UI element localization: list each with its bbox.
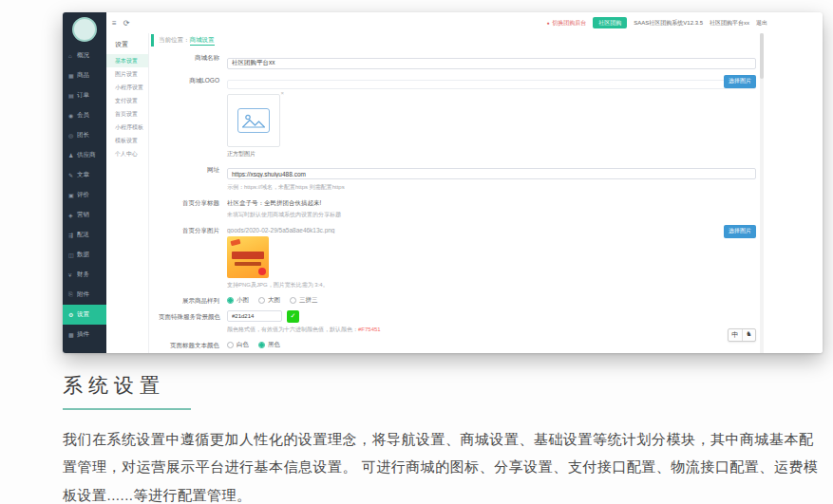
sidebar-item-settings[interactable]: ⚙设置	[63, 305, 106, 325]
switch-backend-link[interactable]: ● 切换团购后台	[547, 19, 587, 28]
mall-name-input[interactable]	[227, 58, 756, 69]
submenu-item-miniprogram[interactable]: 小程序设置	[106, 81, 148, 94]
field-label: 页面标题文本颜色	[159, 339, 227, 354]
color-swatch[interactable]: ✓	[287, 310, 299, 323]
mall-logo-input[interactable]	[227, 80, 756, 89]
attachment-icon: ⎘	[68, 291, 77, 298]
sidebar-item-members[interactable]: ◉会员	[63, 105, 106, 125]
field-area: ✓ 颜色格式值，有效值为十六进制颜色值，默认颜色：#F75451	[227, 310, 756, 334]
sidebar-item-articles[interactable]: ✎文章	[63, 165, 106, 185]
submenu-title: 设置	[106, 36, 148, 54]
breadcrumb-current[interactable]: 商城设置	[190, 36, 215, 46]
field-label: 网址	[159, 163, 227, 192]
avatar-wrap	[63, 12, 106, 46]
sidebar-label: 会员	[77, 111, 89, 120]
logout-link[interactable]: 退出	[756, 19, 767, 28]
sidebar-item-goods[interactable]: ▦商品	[63, 65, 106, 85]
site-url-input[interactable]	[227, 168, 756, 179]
edition-badge: 社区团购	[593, 17, 627, 28]
sidebar-item-delivery[interactable]: ⇶配送	[63, 225, 106, 245]
radio-three-grid[interactable]: 三拼三	[290, 296, 318, 305]
sidebar-item-plugins[interactable]: ▩插件	[63, 325, 106, 345]
submenu-item-profile[interactable]: 个人中心	[106, 147, 148, 160]
form-row-mall-logo: 商城LOGO 选择图片 ×	[159, 74, 756, 159]
bg-color-input[interactable]	[227, 310, 282, 322]
form-row-goods-layout: 展示商品样列 小图 大图 三拼三	[159, 294, 756, 306]
radio-icon	[258, 342, 265, 348]
sidebar-item-attachments[interactable]: ⎘附件	[63, 285, 106, 305]
home-icon: ⌂	[68, 53, 77, 59]
page-root: ⌂概况 ▦商品 ▤订单 ◉会员 ◎团长 ♟供应商 ✎文章 ▣评价 ◈营销 ⇶配送…	[0, 0, 833, 504]
plugin-icon: ▩	[68, 331, 77, 338]
choose-logo-image-button[interactable]: 选择图片	[724, 75, 756, 88]
sidebar-label: 设置	[77, 310, 89, 319]
form-row-mall-name: 商城名称	[159, 51, 756, 69]
sidebar-label: 概况	[77, 51, 89, 60]
sidebar-item-orders[interactable]: ▤订单	[63, 85, 106, 105]
hint-text: 颜色格式值，有效值为十六进制颜色值，默认颜色：	[227, 327, 358, 332]
form-row-bg-color: 页面特殊服务背景颜色 ✓ 颜色格式值，有效值为十六进制颜色值，默认颜色：#F75…	[159, 310, 756, 334]
main-sidebar: ⌂概况 ▦商品 ▤订单 ◉会员 ◎团长 ♟供应商 ✎文章 ▣评价 ◈营销 ⇶配送…	[63, 12, 106, 353]
radio-black[interactable]: 黑色	[258, 341, 280, 349]
form-row-title-color: 页面标题文本颜色 白色 黑色 标题颜色值，包括返回、刷新、标题、状态栏的颜色，仅…	[159, 339, 756, 354]
submenu-item-mp-template[interactable]: 小程序模板	[106, 121, 148, 134]
finance-icon: ¥	[68, 272, 77, 278]
scrollbar-thumb[interactable]	[760, 33, 764, 79]
form-row-url: 网址 示例：https://域名，未配置https 则需配置https	[159, 163, 756, 192]
submenu-item-homepage[interactable]: 首页设置	[106, 107, 148, 121]
field-area: 社区盒子号：全民拼团合伙搞起来! 未填写时默认使用商城系统内设置的分享标题	[227, 196, 756, 219]
settings-icon: ⚙	[68, 311, 77, 318]
field-area: goods/2020-02-29/5a5a8ae46k13c.png 选择图片 …	[227, 224, 756, 289]
thumb-decoration	[232, 252, 264, 259]
submenu-item-basic[interactable]: 基本设置	[106, 54, 148, 67]
red-dot-icon: ●	[547, 20, 550, 26]
submenu-item-template[interactable]: 模板设置	[106, 134, 148, 147]
url-hint: 示例：https://域名，未配置https 则需配置https	[227, 183, 756, 192]
radio-white[interactable]: 白色	[227, 341, 249, 349]
sidebar-item-data[interactable]: ◫数据	[63, 245, 106, 265]
field-label: 首页分享图片	[159, 224, 227, 289]
switch-backend-label: 切换团购后台	[552, 20, 586, 26]
sidebar-item-marketing[interactable]: ◈营销	[63, 205, 106, 225]
share-title-value[interactable]: 社区盒子号：全民拼团合伙搞起来!	[227, 196, 756, 208]
thumb-decoration	[231, 238, 241, 245]
ime-lang-toggle[interactable]: 中	[729, 329, 742, 341]
sidebar-item-suppliers[interactable]: ♟供应商	[63, 145, 106, 165]
goods-layout-radio-group: 小图 大图 三拼三	[227, 294, 756, 305]
article-icon: ✎	[68, 172, 77, 178]
page-title: 系统设置	[63, 372, 823, 399]
radio-icon	[227, 297, 234, 304]
admin-content: 设置 基本设置 图片设置 小程序设置 支付设置 首页设置 小程序模板 模板设置 …	[106, 33, 823, 353]
sidebar-item-overview[interactable]: ⌂概况	[63, 46, 106, 65]
ime-widget: 中 ♞	[728, 328, 756, 342]
choose-share-image-button[interactable]: 选择图片	[724, 225, 756, 238]
admin-right-area: ≡ ⟳ ● 切换团购后台 社区团购 SAAS社区团购系统V12.3.5 社区团购…	[106, 12, 823, 353]
avatar[interactable]	[72, 17, 97, 42]
radio-label: 黑色	[268, 341, 280, 349]
field-area	[227, 51, 756, 69]
close-icon[interactable]: ×	[280, 90, 284, 96]
share-image-filename[interactable]: goods/2020-02-29/5a5a8ae46k13c.png	[227, 224, 756, 233]
sidebar-label: 配送	[77, 231, 89, 239]
sidebar-item-finance[interactable]: ¥财务	[63, 265, 106, 285]
admin-toolbar: ≡ ⟳ ● 切换团购后台 社区团购 SAAS社区团购系统V12.3.5 社区团购…	[106, 12, 823, 33]
sidebar-label: 供应商	[77, 151, 96, 159]
field-area: 白色 黑色 标题颜色值，包括返回、刷新、标题、状态栏的颜色，仅支持 #FFF 和…	[227, 339, 756, 354]
ime-logo-icon[interactable]: ♞	[742, 329, 755, 341]
logo-upload-box[interactable]: ×	[227, 94, 280, 147]
thumb-decoration	[235, 262, 261, 266]
sidebar-item-leaders[interactable]: ◎团长	[63, 125, 106, 145]
scrollbar[interactable]	[760, 33, 764, 353]
sidebar-label: 营销	[77, 211, 89, 219]
radio-icon	[258, 297, 265, 304]
submenu-item-payment[interactable]: 支付设置	[106, 94, 148, 107]
refresh-icon[interactable]: ⟳	[123, 19, 130, 28]
sidebar-item-reviews[interactable]: ▣评价	[63, 185, 106, 205]
form-row-share-title: 首页分享标题 社区盒子号：全民拼团合伙搞起来! 未填写时默认使用商城系统内设置的…	[159, 196, 756, 219]
radio-icon	[227, 342, 234, 348]
hamburger-icon[interactable]: ≡	[112, 19, 117, 28]
sidebar-label: 文章	[77, 171, 89, 179]
radio-small-image[interactable]: 小图	[227, 296, 249, 305]
submenu-item-images[interactable]: 图片设置	[106, 67, 148, 81]
radio-large-image[interactable]: 大图	[258, 296, 280, 305]
